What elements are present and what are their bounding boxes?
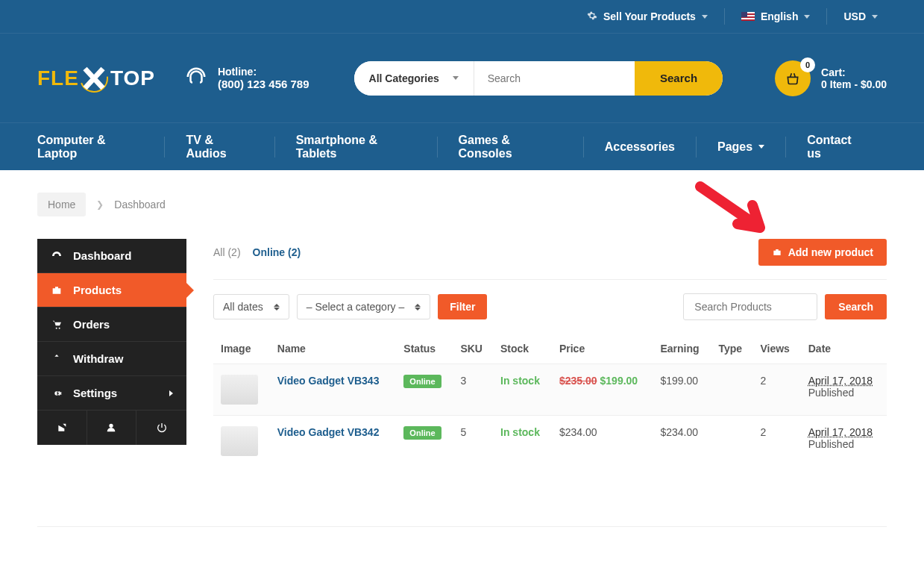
currency-menu[interactable]: USD bbox=[826, 8, 894, 25]
stock-label: In stock bbox=[500, 375, 540, 387]
product-name-link[interactable]: Video Gadget VB342 bbox=[277, 426, 380, 438]
tab-all[interactable]: All (2) bbox=[213, 246, 241, 258]
status-badge: Online bbox=[403, 426, 441, 440]
basket-icon: 0 bbox=[775, 60, 811, 96]
filter-button[interactable]: Filter bbox=[438, 294, 487, 319]
breadcrumb: Home ❯ Dashboard bbox=[0, 170, 924, 239]
currency-label: USD bbox=[843, 10, 866, 22]
cog-icon bbox=[51, 387, 63, 399]
col-stock: Stock bbox=[493, 334, 552, 364]
user-icon bbox=[105, 422, 117, 434]
flag-uk-icon bbox=[741, 12, 755, 21]
sell-your-products-menu[interactable]: Sell Your Products bbox=[571, 8, 724, 25]
cell-earning: $234.00 bbox=[653, 416, 711, 467]
table-row: Video Gadget VB342 Online 5 In stock $23… bbox=[213, 416, 887, 467]
vendor-sidebar: Dashboard Products Orders Withdraw Setti… bbox=[37, 239, 186, 445]
cart-icon bbox=[51, 319, 63, 331]
table-row: Video Gadget VB343 Online 3 In stock $23… bbox=[213, 364, 887, 416]
breadcrumb-home[interactable]: Home bbox=[37, 193, 86, 216]
type-icon bbox=[711, 416, 753, 467]
col-earning: Earning bbox=[653, 334, 711, 364]
sort-icon bbox=[415, 304, 421, 311]
sidebar-external-link[interactable] bbox=[37, 411, 87, 445]
col-date: Date bbox=[801, 334, 887, 364]
col-type: Type bbox=[711, 334, 753, 364]
col-sku: SKU bbox=[453, 334, 493, 364]
sell-label: Sell Your Products bbox=[603, 10, 696, 22]
external-link-icon bbox=[56, 422, 68, 434]
main-nav: Computer & Laptop TV & Audios Smartphone… bbox=[0, 122, 924, 170]
gauge-icon bbox=[51, 250, 63, 262]
sidebar-profile[interactable] bbox=[87, 411, 137, 445]
gear-icon bbox=[587, 10, 597, 23]
sidebar-power[interactable] bbox=[136, 411, 186, 445]
product-tabs: All (2) Online (2) bbox=[213, 246, 301, 258]
add-new-product-button[interactable]: Add new product bbox=[758, 239, 887, 266]
sidebar-item-settings[interactable]: Settings bbox=[37, 376, 186, 411]
breadcrumb-separator: ❯ bbox=[96, 199, 104, 210]
sidebar-item-withdraw[interactable]: Withdraw bbox=[37, 342, 186, 376]
breadcrumb-current: Dashboard bbox=[114, 199, 166, 210]
nav-accessories[interactable]: Accessories bbox=[583, 137, 696, 157]
col-views: Views bbox=[752, 334, 800, 364]
cell-date: April 17, 2018Published bbox=[801, 364, 887, 416]
product-thumbnail bbox=[221, 375, 258, 405]
product-thumbnail bbox=[221, 426, 258, 456]
hotline-label: Hotline: bbox=[218, 66, 309, 78]
upload-icon bbox=[51, 353, 63, 365]
col-image: Image bbox=[213, 334, 270, 364]
chevron-down-icon bbox=[702, 15, 708, 19]
sidebar-item-orders[interactable]: Orders bbox=[37, 308, 186, 342]
cell-views: 2 bbox=[752, 416, 800, 467]
col-name: Name bbox=[270, 334, 397, 364]
header: FLE TOP Hotline: (800) 123 456 789 All C… bbox=[0, 33, 924, 122]
chevron-down-icon bbox=[804, 15, 810, 19]
search-products-button[interactable]: Search bbox=[825, 294, 887, 319]
search-bar: All Categories Search bbox=[354, 61, 723, 96]
product-name-link[interactable]: Video Gadget VB343 bbox=[277, 375, 380, 387]
cell-sku: 3 bbox=[453, 364, 493, 416]
phone-icon bbox=[185, 66, 207, 91]
nav-contact-us[interactable]: Contact us bbox=[785, 137, 887, 157]
search-products-input[interactable] bbox=[683, 293, 817, 320]
products-table: Image Name Status SKU Stock Price Earnin… bbox=[213, 334, 887, 467]
nav-games-consoles[interactable]: Games & Consoles bbox=[437, 137, 583, 157]
nav-smartphone-tablets[interactable]: Smartphone & Tablets bbox=[274, 137, 437, 157]
cell-earning: $199.00 bbox=[653, 364, 711, 416]
cart[interactable]: 0 Cart: 0 Item - $0.00 bbox=[775, 60, 887, 96]
cell-date: April 17, 2018Published bbox=[801, 416, 887, 467]
search-button[interactable]: Search bbox=[635, 61, 723, 96]
new-price: $199.00 bbox=[600, 375, 638, 387]
nav-computer-laptop[interactable]: Computer & Laptop bbox=[37, 137, 164, 157]
main-panel: All (2) Online (2) Add new product All d… bbox=[213, 239, 887, 467]
col-price: Price bbox=[552, 334, 653, 364]
chevron-right-icon bbox=[169, 390, 173, 396]
hotline: Hotline: (800) 123 456 789 bbox=[185, 66, 309, 91]
filter-category-select[interactable]: – Select a category – bbox=[297, 294, 431, 319]
footer-divider bbox=[37, 526, 887, 527]
language-menu[interactable]: English bbox=[724, 8, 827, 25]
tab-online[interactable]: Online (2) bbox=[253, 246, 301, 258]
topbar: Sell Your Products English USD bbox=[0, 0, 924, 33]
cell-views: 2 bbox=[752, 364, 800, 416]
cell-price: $234.00 bbox=[552, 416, 653, 467]
sidebar-item-products[interactable]: Products bbox=[37, 273, 186, 308]
nav-tv-audios[interactable]: TV & Audios bbox=[164, 137, 274, 157]
col-status: Status bbox=[396, 334, 453, 364]
briefcase-icon bbox=[772, 247, 782, 258]
cart-value: 0 Item - $0.00 bbox=[821, 78, 887, 90]
search-input[interactable] bbox=[474, 61, 635, 96]
filter-dates-select[interactable]: All dates bbox=[213, 294, 289, 319]
chevron-down-icon bbox=[453, 76, 459, 80]
hotline-number: (800) 123 456 789 bbox=[218, 78, 309, 90]
type-icon bbox=[711, 364, 753, 416]
nav-pages[interactable]: Pages bbox=[696, 137, 785, 157]
search-category-select[interactable]: All Categories bbox=[354, 61, 474, 96]
stock-label: In stock bbox=[500, 426, 540, 438]
briefcase-icon bbox=[51, 284, 63, 296]
sidebar-item-dashboard[interactable]: Dashboard bbox=[37, 239, 186, 273]
caret-down-icon bbox=[758, 145, 764, 149]
logo-x-icon bbox=[81, 64, 109, 93]
power-icon bbox=[156, 422, 168, 434]
logo[interactable]: FLE TOP bbox=[37, 64, 155, 93]
